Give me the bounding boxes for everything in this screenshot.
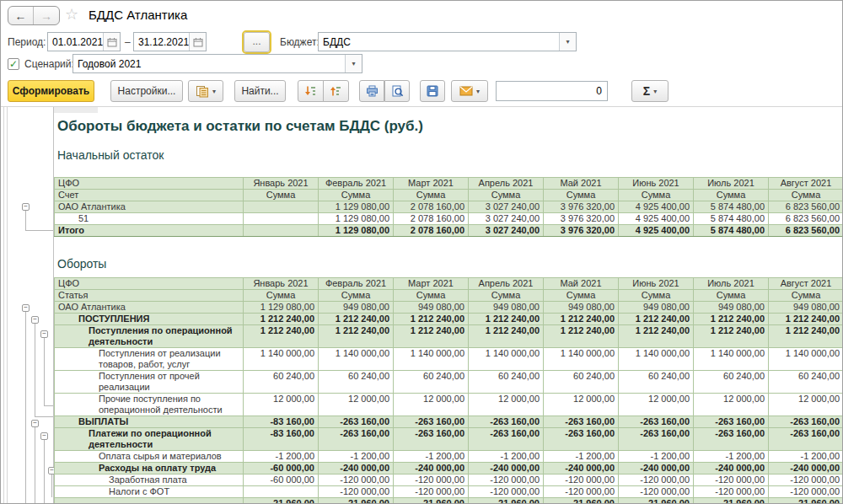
group-toggle-minus[interactable] — [40, 432, 48, 440]
page-magnifier-icon — [391, 85, 404, 97]
tree-line — [7, 107, 8, 504]
report-area: Обороты бюджета и остатки по счетам БДДС… — [54, 107, 843, 504]
save-button[interactable] — [420, 80, 445, 102]
value-cell: 1 212 240,00 — [319, 314, 394, 325]
counter-input[interactable] — [496, 81, 608, 101]
value-cell: 1 212 240,00 — [544, 325, 619, 348]
sum-header: Сумма — [469, 290, 544, 302]
value-cell: 60 240,00 — [244, 371, 319, 394]
budget-combo[interactable]: БДДС ▾ — [318, 32, 577, 51]
value-cell: -263 160,00 — [769, 428, 843, 451]
value-cell: -240 000,00 — [319, 463, 394, 475]
calendar-icon[interactable] — [103, 33, 120, 51]
month-header: Июль 2021 — [694, 278, 769, 290]
sum-header: Сумма — [319, 190, 394, 201]
value-cell: 60 240,00 — [544, 371, 619, 394]
table-row: ВЫПЛАТЫ-83 160,00-263 160,00-263 160,00-… — [55, 416, 843, 428]
value-cell: 1 212 240,00 — [244, 314, 319, 325]
forward-arrow-icon: → — [40, 9, 52, 23]
tree-line — [44, 405, 53, 406]
budget-value[interactable]: БДДС — [319, 36, 559, 48]
scenario-value[interactable]: Годовой 2021 — [73, 58, 345, 70]
scenario-row: ✓ Сценарий: Годовой 2021 ▾ — [1, 54, 842, 76]
value-cell: 12 000,00 — [544, 394, 619, 416]
forward-button[interactable]: → — [34, 7, 59, 24]
save-floppy-icon — [427, 85, 438, 97]
value-cell: 1 140 000,00 — [469, 348, 544, 371]
expand-groups-button[interactable] — [298, 80, 324, 102]
row-label: Заработная плата — [55, 475, 244, 486]
table-row: Поступления от реализации товаров, работ… — [55, 348, 843, 371]
tree-line — [25, 312, 26, 504]
generate-button[interactable]: Сформировать — [8, 80, 94, 102]
month-header: Февраль 2021 — [319, 278, 394, 290]
tree-line — [51, 475, 52, 497]
period-to-field[interactable]: 31.12.2021 — [133, 32, 207, 51]
sum-header: Сумма — [544, 190, 619, 201]
value-cell: 60 240,00 — [694, 371, 769, 394]
settings-button[interactable]: Настройки... — [110, 80, 183, 102]
sum-header: Сумма — [619, 290, 694, 302]
print-button[interactable] — [359, 80, 384, 102]
back-button[interactable]: ← — [8, 7, 34, 24]
tree-line — [44, 338, 45, 406]
chevron-down-icon[interactable]: ▾ — [345, 55, 362, 72]
value-cell: -21 960,00 — [394, 498, 469, 504]
group-toggle-minus[interactable] — [31, 420, 39, 427]
find-button[interactable]: Найти... — [234, 80, 286, 102]
group-toggle-minus[interactable] — [22, 304, 30, 312]
row-label: Поступления от прочей реализации — [55, 371, 244, 394]
row-label: Налоги с ФОТ — [55, 486, 244, 498]
group-toggle-minus[interactable] — [31, 316, 39, 324]
value-cell: 12 000,00 — [244, 394, 319, 416]
value-cell: -263 160,00 — [394, 428, 469, 451]
scenario-checkbox[interactable]: ✓ — [8, 58, 19, 70]
value-cell: -240 000,00 — [394, 463, 469, 475]
value-cell: 1 212 240,00 — [769, 325, 843, 348]
value-cell: 2 078 160,00 — [394, 225, 469, 237]
preview-button[interactable] — [384, 80, 410, 102]
sum-header: Сумма — [394, 290, 469, 302]
month-header: Август 2021 — [769, 178, 843, 190]
value-cell: -120 000,00 — [319, 486, 394, 498]
value-cell: 949 080,00 — [544, 302, 619, 314]
value-cell: -1 200,00 — [319, 451, 394, 463]
value-cell: -120 000,00 — [544, 486, 619, 498]
envelope-icon — [459, 86, 473, 96]
period-from-value[interactable]: 01.01.2021 — [48, 36, 103, 48]
autosum-button[interactable]: Σ ▾ — [631, 80, 668, 102]
favorite-star-icon[interactable]: ☆ — [65, 5, 78, 24]
tree-line — [35, 416, 53, 417]
group-toggle-minus[interactable] — [40, 330, 48, 338]
value-cell: 1 212 240,00 — [544, 314, 619, 325]
email-button[interactable]: ▾ — [451, 80, 488, 102]
header-dimension-label: ЦФО — [55, 178, 244, 190]
collapse-groups-button[interactable] — [323, 80, 349, 102]
budget-label: Бюджет: — [280, 36, 319, 48]
value-cell: -120 000,00 — [619, 475, 694, 486]
value-cell: 5 874 480,00 — [694, 225, 769, 237]
report-variants-button[interactable]: ▾ — [188, 80, 223, 102]
value-cell: 1 129 080,00 — [244, 302, 319, 314]
value-cell: -263 160,00 — [769, 416, 843, 428]
table-row: Платежи по операционной деятельности-83 … — [55, 428, 843, 451]
calendar-icon[interactable] — [189, 33, 206, 51]
scenario-combo[interactable]: Годовой 2021 ▾ — [72, 54, 362, 73]
value-cell: 12 000,00 — [694, 394, 769, 416]
value-cell: -120 000,00 — [769, 486, 843, 498]
value-cell: -120 000,00 — [469, 486, 544, 498]
title-bar: ← → ☆ БДДС Атлантика — [1, 1, 842, 29]
period-to-value[interactable]: 31.12.2021 — [134, 36, 189, 48]
value-cell: -60 000,00 — [244, 475, 319, 486]
table-row: ОАО Атлантика1 129 080,002 078 160,003 0… — [55, 201, 843, 213]
period-from-field[interactable]: 01.01.2021 — [47, 32, 121, 51]
group-toggle-minus[interactable] — [22, 203, 30, 211]
sum-header: Сумма — [769, 190, 843, 201]
row-label: Итого — [55, 225, 244, 237]
choose-period-button[interactable]: ... — [244, 32, 270, 52]
tree-line — [44, 440, 45, 504]
sum-header: Сумма — [469, 190, 544, 201]
opening-balance-table: ЦФОЯнварь 2021Февраль 2021Март 2021Апрел… — [54, 177, 843, 237]
section-opening-balance: Начальный остаток — [57, 148, 843, 162]
chevron-down-icon[interactable]: ▾ — [559, 33, 576, 51]
